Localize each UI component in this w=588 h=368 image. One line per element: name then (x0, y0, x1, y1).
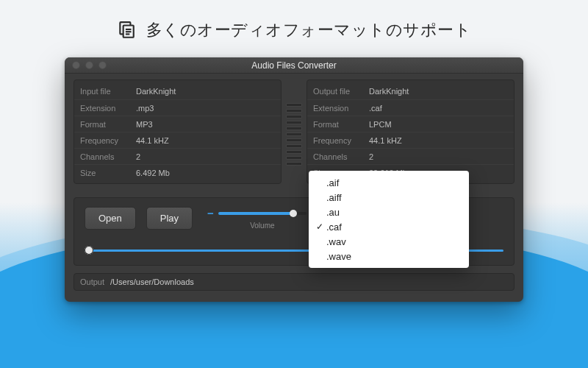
menu-item-aif[interactable]: .aif (309, 175, 469, 190)
output-file-label: Output file (313, 87, 369, 96)
titlebar[interactable]: Audio Files Converter (65, 57, 523, 74)
output-channels-label: Channels (313, 152, 369, 161)
menu-item-au[interactable]: .au (309, 205, 469, 219)
input-channels-value: 2 (136, 152, 140, 161)
volume-label: Volume (250, 222, 274, 230)
input-panel: Input fileDarkKnight Extension.mp3 Forma… (74, 79, 282, 184)
output-ext-label: Extension (313, 104, 369, 113)
input-size-label: Size (80, 169, 136, 177)
play-button[interactable]: Play (146, 207, 193, 230)
output-format-value: LPCM (369, 120, 392, 129)
output-channels-value: 2 (369, 152, 373, 161)
progress-knob[interactable] (85, 246, 93, 255)
volume-minus-icon[interactable]: − (207, 207, 214, 219)
output-format-label: Format (313, 120, 369, 129)
level-meter (282, 79, 306, 184)
output-path-row[interactable]: Output /Users/user/Downloads (74, 273, 514, 291)
output-panel: Output fileDarkKnight Extension.caf Form… (306, 79, 514, 184)
output-freq-label: Frequency (313, 136, 369, 145)
input-format-label: Format (80, 120, 136, 129)
menu-item-wave[interactable]: .wave (309, 249, 469, 263)
input-freq-value: 44.1 kHZ (136, 136, 169, 145)
output-freq-value: 44.1 kHZ (369, 136, 402, 145)
output-file-value: DarkKnight (369, 87, 409, 96)
menu-item-wav[interactable]: .wav (309, 234, 469, 249)
input-format-value: MP3 (136, 120, 153, 129)
input-freq-label: Frequency (80, 136, 136, 145)
input-ext-label: Extension (80, 104, 136, 113)
volume-knob[interactable] (290, 210, 297, 217)
page-headline: 多くのオーディオフォーマットのサポート (0, 19, 588, 41)
open-button[interactable]: Open (85, 207, 136, 230)
copy-doc-icon (117, 21, 136, 40)
volume-slider[interactable] (218, 212, 306, 215)
output-path-label: Output (80, 277, 104, 286)
window-title: Audio Files Converter (65, 60, 523, 71)
checkmark-icon: ✓ (313, 222, 326, 232)
headline-text: 多くのオーディオフォーマットのサポート (146, 19, 472, 41)
format-dropdown-menu[interactable]: .aif .aiff .au ✓.caf .wav .wave (309, 171, 469, 268)
input-ext-value: .mp3 (136, 104, 154, 113)
input-channels-label: Channels (80, 152, 136, 161)
input-file-label: Input file (80, 87, 136, 96)
menu-item-caf[interactable]: ✓.caf (309, 219, 469, 234)
input-file-value: DarkKnight (136, 87, 176, 96)
output-path-value: /Users/user/Downloads (110, 277, 194, 286)
output-ext-value[interactable]: .caf (369, 104, 382, 113)
menu-item-aiff[interactable]: .aiff (309, 190, 469, 205)
input-size-value: 6.492 Mb (136, 169, 170, 177)
